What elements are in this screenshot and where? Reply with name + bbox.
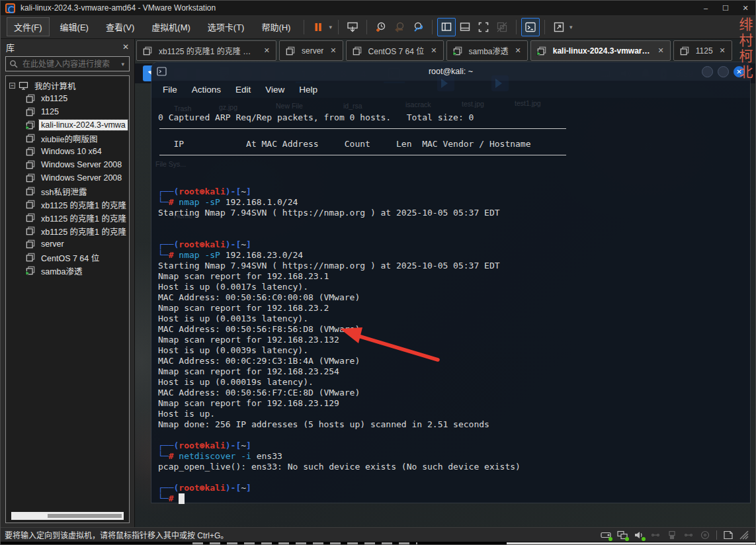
terminal-menu-view[interactable]: View [258, 85, 292, 95]
terminal-menu-edit[interactable]: Edit [228, 85, 258, 95]
host-titlebar: kali-linux-2024.3-vmware-amd64 - VMware … [1, 1, 755, 15]
terminal-menu-help[interactable]: Help [292, 85, 325, 95]
harddisk-status-icon[interactable] [601, 530, 611, 540]
vm-console-icon [26, 253, 35, 262]
vm-console-icon [26, 187, 35, 196]
terminal-line: └─# nmap -sP 192.168.1.0/24 [158, 197, 750, 208]
vm-tab[interactable]: server✕ [279, 40, 343, 61]
library-vm-item[interactable]: xb1125 的克隆1 的克隆 [6, 211, 129, 224]
terminal-minimize-button[interactable] [702, 66, 713, 77]
host-menu-item[interactable]: 帮助(H) [255, 18, 297, 36]
terminal-line: ┌──(root⊛kali)-[~] [158, 187, 750, 197]
host-window-title: kali-linux-2024.3-vmware-amd64 - VMware … [21, 3, 216, 13]
vm-item-label: ssh私钥泄露 [39, 185, 89, 198]
terminal-titlebar[interactable]: root@kali: ~ ✕ [151, 62, 750, 81]
terminal-menu-actions[interactable]: Actions [185, 85, 228, 95]
vm-tab[interactable]: xb1125 的克隆1 的克隆 的...✕ [136, 40, 276, 61]
library-vm-item[interactable]: Windows Server 2008 [6, 158, 129, 171]
fit-dropdown-caret[interactable]: ▾ [569, 24, 573, 30]
vm-console-icon [26, 147, 35, 156]
take-snapshot-button[interactable] [372, 18, 390, 36]
pause-vm-button[interactable] [309, 18, 327, 36]
host-menu-item[interactable]: 选项卡(T) [201, 18, 251, 36]
fullscreen-button[interactable] [474, 18, 493, 36]
terminal-line [158, 229, 750, 239]
library-vm-item[interactable]: ssh私钥泄露 [6, 185, 129, 198]
revert-snapshot-button[interactable] [390, 18, 409, 36]
scrollbar-thumb[interactable] [48, 514, 122, 518]
cd-dvd-status-icon[interactable] [700, 530, 710, 540]
toggle-library-panel-button[interactable] [437, 18, 456, 36]
terminal-output[interactable]: 0 Captured ARP Req/Rep packets, from 0 h… [151, 98, 750, 504]
host-menu-item[interactable]: 虚拟机(M) [145, 18, 197, 36]
host-menu-item[interactable]: 编辑(E) [54, 18, 95, 36]
vm-tab[interactable]: samba渗透✕ [446, 40, 528, 61]
tab-label: 1125 [696, 46, 713, 56]
library-search-input[interactable] [21, 59, 120, 69]
library-vm-item[interactable]: xb1125 [6, 92, 129, 105]
tab-close-icon[interactable]: ✕ [330, 46, 336, 55]
minimize-button[interactable]: – [696, 1, 716, 15]
send-ctrl-alt-del-button[interactable] [343, 18, 362, 36]
terminal-line: MAC Address: 00:50:56:F8:56:D8 (VMware) [158, 324, 750, 335]
library-close-icon[interactable]: ✕ [122, 42, 129, 52]
host-menu-item[interactable]: 查看(V) [99, 18, 141, 36]
toggle-console-panel-button[interactable] [456, 18, 474, 36]
printer-status-icon[interactable] [683, 530, 694, 540]
vm-tab[interactable]: 1125✕ [673, 40, 732, 61]
tab-close-icon[interactable]: ✕ [431, 46, 437, 55]
tree-root-my-computer[interactable]: − 我的计算机 [6, 79, 129, 92]
unity-mode-button[interactable] [493, 18, 511, 36]
host-menu-item[interactable]: 文件(F) [7, 17, 50, 36]
toolbar-separator [366, 20, 367, 34]
resize-grip[interactable] [739, 530, 750, 540]
library-vm-item[interactable]: kali-linux-2024.3-vmwa [6, 118, 129, 132]
library-search-box[interactable]: ▾ [5, 56, 130, 71]
sound-status-icon[interactable] [634, 530, 644, 540]
library-vm-item[interactable]: samba渗透 [6, 264, 129, 277]
terminal-line: Nmap scan report for 192.168.23.132 [158, 335, 750, 345]
snapshot-manager-button[interactable] [409, 18, 427, 36]
vm-tab[interactable]: CentOS 7 64 位✕ [346, 40, 444, 61]
tab-close-icon[interactable]: ✕ [515, 46, 521, 55]
vm-item-label: xb1125 的克隆1 的克隆 [39, 198, 128, 212]
tab-close-icon[interactable]: ✕ [658, 46, 664, 55]
message-log-icon[interactable] [723, 530, 734, 540]
tab-label: server [302, 46, 323, 56]
library-vm-item[interactable]: Windows 10 x64 [6, 145, 129, 158]
terminal-line [158, 176, 750, 187]
tab-close-icon[interactable]: ✕ [264, 46, 270, 55]
usb-controller-status-icon[interactable] [650, 530, 661, 540]
tree-root-label: 我的计算机 [32, 79, 78, 93]
terminal-line: pcap_open_live(): ens33: No such device … [158, 462, 750, 472]
library-vm-item[interactable]: 1125 [6, 105, 129, 118]
maximize-button[interactable]: ☐ [716, 1, 735, 15]
library-vm-item[interactable]: xb1125 的克隆1 的克隆 [6, 224, 129, 237]
pause-dropdown-caret[interactable]: ▾ [329, 24, 332, 30]
terminal-line: Nmap scan report for 192.168.23.254 [158, 366, 750, 377]
table-rule [159, 128, 566, 129]
terminal-maximize-button[interactable] [718, 66, 729, 77]
search-dropdown-caret[interactable]: ▾ [121, 61, 124, 67]
vm-console-icon [26, 160, 35, 169]
usb-device-status-icon[interactable] [667, 530, 677, 540]
terminal-menu-file[interactable]: File [155, 85, 185, 95]
network-adapter-status-icon[interactable] [617, 530, 628, 540]
background-band [507, 542, 755, 545]
tab-close-icon[interactable]: ✕ [720, 46, 726, 55]
library-vm-item[interactable]: xiubiie的啊版图 [6, 132, 129, 145]
vm-console-icon [453, 46, 462, 56]
open-console-button[interactable] [521, 18, 540, 36]
vm-console-icon [353, 46, 362, 56]
library-vm-item[interactable]: Windows Server 2008 [6, 171, 129, 185]
fit-guest-button[interactable] [550, 18, 568, 36]
terminal-window: root@kali: ~ ✕ FileActionsEditViewHelp T… [151, 62, 750, 503]
library-vm-item[interactable]: xb1125 的克隆1 的克隆 [6, 198, 129, 211]
vm-item-label: xb1125 的克隆1 的克隆 [39, 211, 128, 225]
library-horizontal-scrollbar[interactable] [11, 512, 124, 520]
library-vm-item[interactable]: CentOS 7 64 位 [6, 251, 129, 264]
vm-tab[interactable]: kali-linux-2024.3-vmware...✕ [530, 40, 671, 61]
library-vm-item[interactable]: server [6, 237, 129, 251]
close-button[interactable]: ✕ [735, 1, 755, 15]
tree-expand-icon[interactable]: − [9, 83, 15, 89]
